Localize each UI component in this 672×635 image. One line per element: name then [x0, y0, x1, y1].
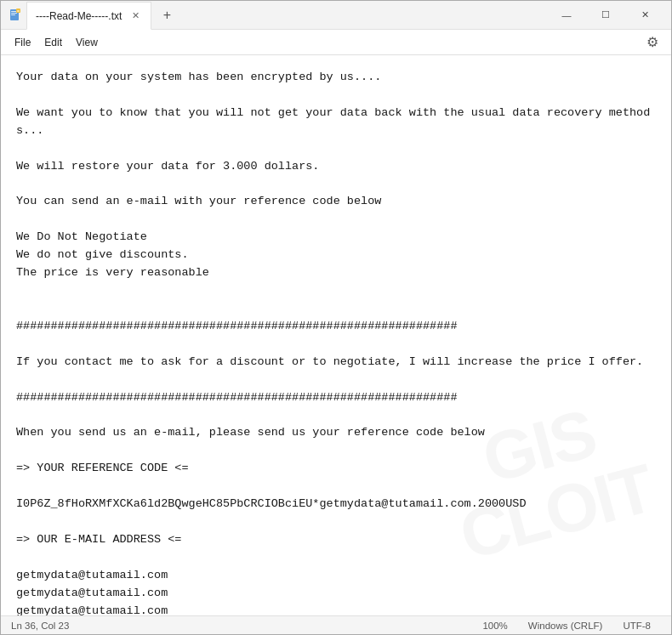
editor-line	[16, 442, 656, 460]
editor-line: getmydata@tutamail.com	[16, 585, 656, 603]
svg-rect-6	[17, 11, 20, 12]
editor-line: We Do Not Negotiate	[16, 229, 656, 247]
editor-area[interactable]: GISCLOIT Your data on your system has be…	[1, 55, 671, 615]
editor-line: You can send an e-mail with your referen…	[16, 193, 656, 211]
status-bar: Ln 36, Col 23 100% Windows (CRLF) UTF-8	[1, 615, 671, 634]
editor-line	[16, 282, 656, 300]
editor-line: => OUR E-MAIL ADDRESS <=	[16, 531, 656, 549]
tab-close-button[interactable]: ✕	[128, 9, 142, 23]
window-controls: — ☐ ✕	[547, 1, 664, 30]
editor-line: We do not give discounts.	[16, 247, 656, 264]
menu-file[interactable]: File	[8, 33, 37, 52]
editor-line	[16, 87, 656, 105]
menu-edit[interactable]: Edit	[37, 33, 69, 52]
editor-line: When you send us an e-mail, please send …	[16, 424, 656, 442]
editor-line	[16, 176, 656, 194]
editor-line: The price is very reasonable	[16, 264, 656, 282]
new-tab-button[interactable]: +	[155, 3, 179, 27]
tab-label: ----Read-Me-----.txt	[36, 10, 122, 22]
active-tab[interactable]: ----Read-Me-----.txt ✕	[26, 2, 151, 30]
close-button[interactable]: ✕	[625, 1, 664, 30]
editor-line: I0P6Z_8fHoRXMfXCKa6ld2BQwgeHC85PbCRCIOBc…	[16, 496, 656, 513]
title-bar: ----Read-Me-----.txt ✕ + — ☐ ✕	[1, 1, 671, 30]
encoding: UTF-8	[612, 621, 661, 631]
editor-line: getmydata@tutamail.com	[16, 567, 656, 585]
svg-rect-5	[17, 10, 20, 11]
status-right: 100% Windows (CRLF) UTF-8	[472, 621, 661, 631]
editor-line: Your data on your system has been encryp…	[16, 69, 656, 87]
editor-line	[16, 140, 656, 158]
tabs-area: ----Read-Me-----.txt ✕ +	[26, 1, 547, 29]
svg-rect-1	[11, 11, 17, 12]
zoom-level: 100%	[472, 621, 517, 631]
maximize-button[interactable]: ☐	[586, 1, 625, 30]
editor-line: We want you to know that you will not ge…	[16, 105, 656, 140]
settings-icon[interactable]: ⚙	[641, 31, 664, 54]
editor-line	[16, 371, 656, 389]
editor-line: ########################################…	[16, 318, 656, 336]
editor-line	[16, 513, 656, 531]
editor-line: We will restore your data for 3.000 doll…	[16, 158, 656, 176]
notepad-app-icon	[8, 8, 23, 23]
minimize-button[interactable]: —	[547, 1, 586, 30]
editor-lines: Your data on your system has been encryp…	[16, 69, 656, 615]
editor-line	[16, 478, 656, 496]
editor-line: => YOUR REFERENCE CODE <=	[16, 460, 656, 478]
menu-view[interactable]: View	[69, 33, 105, 52]
notepad-window: ----Read-Me-----.txt ✕ + — ☐ ✕ File Edit…	[0, 0, 672, 635]
editor-line: ########################################…	[16, 389, 656, 407]
svg-rect-2	[11, 13, 17, 14]
cursor-position: Ln 36, Col 23	[11, 621, 77, 631]
title-bar-left	[8, 8, 23, 23]
editor-line	[16, 300, 656, 318]
editor-content[interactable]: GISCLOIT Your data on your system has be…	[1, 55, 671, 615]
editor-line	[16, 336, 656, 354]
editor-line	[16, 407, 656, 425]
svg-rect-3	[11, 14, 15, 15]
menu-bar: File Edit View ⚙	[1, 30, 671, 55]
line-ending: Windows (CRLF)	[518, 621, 613, 631]
editor-line: getmydata@tutamail.com	[16, 603, 656, 615]
editor-line	[16, 549, 656, 567]
editor-line	[16, 211, 656, 229]
editor-line: If you contact me to ask for a discount …	[16, 354, 656, 371]
